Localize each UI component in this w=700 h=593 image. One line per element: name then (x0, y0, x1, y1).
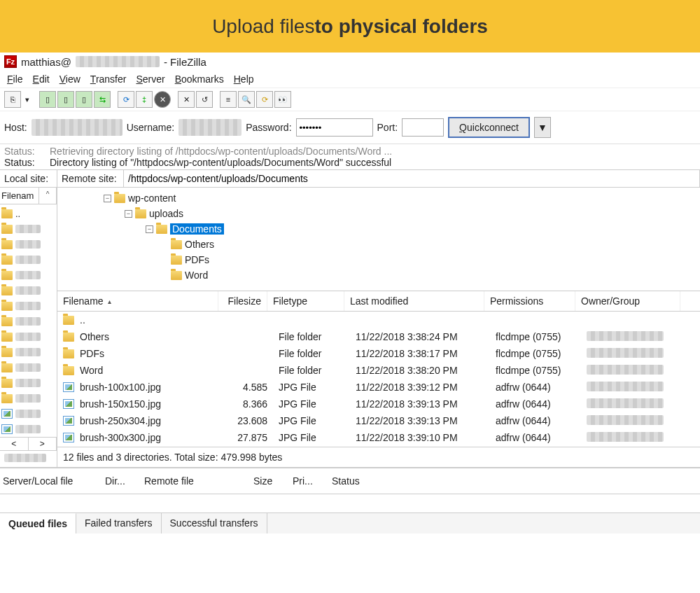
qcol-server[interactable]: Server/Local file (3, 475, 94, 487)
image-icon (1, 424, 13, 434)
menu-bookmarks[interactable]: Bookmarks (171, 72, 228, 86)
local-col-filename[interactable]: Filenam (0, 188, 39, 204)
remote-rows[interactable]: ..OthersFile folder11/22/2018 3:38:24 PM… (57, 312, 700, 447)
tree-node-uploads[interactable]: uploads (149, 208, 183, 219)
cell-modified: 11/22/2018 3:38:24 PM (350, 331, 490, 342)
cell-name: brush-100x100.jpg (80, 382, 161, 393)
quickconnect-button[interactable]: QQuickconnectuickconnect (448, 117, 530, 138)
qcol-pri[interactable]: Pri... (293, 475, 321, 487)
tree-collapse-icon[interactable]: − (104, 195, 111, 202)
local-file-list[interactable]: .. (0, 204, 57, 437)
toolbar-dropdown-icon[interactable]: ▾ (22, 91, 32, 108)
remote-site-input[interactable] (128, 173, 695, 184)
toolbar-panel3-icon[interactable]: ▯ (76, 91, 92, 108)
local-item-blur (15, 271, 41, 279)
toolbar-find-icon[interactable]: 👀 (274, 91, 291, 108)
col-filesize[interactable]: Filesize (218, 291, 267, 311)
local-item-blur (15, 394, 41, 403)
tree-node-word[interactable]: Word (185, 270, 208, 281)
table-row[interactable]: WordFile folder11/22/2018 3:38:20 PMflcd… (57, 362, 700, 379)
toolbar-panel2-icon[interactable]: ▯ (57, 91, 74, 108)
toolbar-panel1-icon[interactable]: ▯ (39, 91, 56, 108)
log-label-1: Status: (4, 146, 43, 157)
tab-failed[interactable]: Failed transfers (76, 513, 161, 533)
tab-successful[interactable]: Successful transfers (162, 513, 267, 533)
qcol-status[interactable]: Status (332, 475, 360, 487)
password-input[interactable] (296, 118, 373, 137)
folder-icon (1, 394, 13, 403)
table-row[interactable]: .. (57, 312, 700, 328)
menu-help[interactable]: Help (230, 72, 258, 86)
cell-owner (581, 348, 686, 360)
host-input[interactable] (31, 119, 122, 136)
col-owner[interactable]: Owner/Group (575, 291, 680, 311)
toolbar-sitemanager-icon[interactable]: ⎘ (4, 91, 21, 108)
tab-queued[interactable]: Queued files (0, 513, 76, 533)
menu-view[interactable]: View (55, 72, 85, 86)
username-input[interactable] (178, 119, 241, 136)
remote-tree[interactable]: −wp-content −uploads −Documents Others P… (57, 188, 700, 291)
toolbar-process-icon[interactable]: ‡ (136, 91, 153, 108)
folder-icon (114, 194, 125, 203)
col-filename[interactable]: Filename ▴ (57, 291, 218, 311)
local-scroll-left[interactable]: < (0, 438, 29, 450)
tree-node-wpcontent[interactable]: wp-content (128, 193, 176, 204)
cell-modified: 11/22/2018 3:38:20 PM (350, 365, 490, 376)
qcol-remote[interactable]: Remote file (144, 475, 242, 487)
toolbar-cancel-icon[interactable]: ✕ (154, 91, 171, 108)
toolbar-filter-icon[interactable]: ≡ (220, 91, 237, 108)
col-permissions[interactable]: Permissions (484, 291, 575, 311)
tree-node-others[interactable]: Others (185, 239, 214, 250)
tree-node-pdfs[interactable]: PDFs (185, 254, 209, 265)
table-row[interactable]: brush-100x100.jpg4.585JPG File11/22/2018… (57, 379, 700, 396)
cell-perm: adfrw (0644) (490, 415, 581, 426)
col-modified[interactable]: Last modified (344, 291, 484, 311)
toolbar-search-icon[interactable]: 🔍 (238, 91, 255, 108)
local-item-blur (15, 333, 41, 341)
filezilla-logo-icon: Fz (4, 55, 17, 68)
message-log: Status: Retrieving directory listing of … (0, 144, 700, 170)
table-row[interactable]: brush-300x300.jpg27.875JPG File11/22/201… (57, 429, 700, 446)
local-scroll-up[interactable]: ^ (39, 188, 57, 204)
quickconnect-dropdown[interactable]: ▼ (534, 117, 551, 138)
cell-name: Word (80, 365, 103, 376)
table-row[interactable]: OthersFile folder11/22/2018 3:38:24 PMfl… (57, 328, 700, 345)
folder-icon (63, 366, 74, 375)
local-item-blur (15, 379, 41, 387)
table-row[interactable]: brush-150x150.jpg8.366JPG File11/22/2018… (57, 396, 700, 412)
tree-collapse-icon[interactable]: − (125, 210, 132, 218)
menu-transfer[interactable]: Transfer (86, 72, 131, 86)
qcol-dir[interactable]: Dir... (105, 475, 133, 487)
owner-blur (587, 365, 664, 375)
menu-file[interactable]: File (3, 72, 27, 86)
port-input[interactable] (402, 118, 444, 137)
local-updir: .. (15, 209, 20, 219)
toolbar-reconnect-icon[interactable]: ↺ (196, 91, 213, 108)
owner-blur (587, 398, 664, 408)
menu-server[interactable]: Server (132, 72, 169, 86)
main-area: Filenam ^ .. < > −wp-content (0, 188, 700, 468)
cell-perm: adfrw (0644) (490, 382, 581, 393)
menu-edit[interactable]: Edit (29, 72, 54, 86)
username-label: Username: (127, 122, 174, 133)
cell-name: brush-250x304.jpg (80, 415, 161, 426)
local-item-blur (15, 256, 41, 264)
cell-size: 8.366 (224, 398, 273, 410)
toolbar-disconnect-icon[interactable]: ✕ (178, 91, 195, 108)
toolbar-sync-icon[interactable]: ⇆ (94, 91, 111, 108)
queue-empty (0, 494, 700, 512)
table-row[interactable]: brush-250x304.jpg23.608JPG File11/22/201… (57, 412, 700, 429)
tree-node-documents[interactable]: Documents (170, 223, 224, 235)
col-filetype[interactable]: Filetype (267, 291, 344, 311)
local-scroll-right[interactable]: > (29, 438, 57, 450)
tree-collapse-icon[interactable]: − (146, 225, 153, 233)
qcol-size[interactable]: Size (253, 475, 281, 487)
remote-status: 12 files and 3 directories. Total size: … (57, 447, 700, 467)
folder-icon (135, 209, 146, 218)
table-row[interactable]: PDFsFile folder11/22/2018 3:38:17 PMflcd… (57, 345, 700, 362)
local-item-blur (15, 302, 41, 310)
folder-icon (171, 256, 182, 265)
toolbar-compare-icon[interactable]: ⟳ (256, 91, 273, 108)
cell-perm: adfrw (0644) (490, 432, 581, 443)
toolbar-refresh-icon[interactable]: ⟳ (118, 91, 134, 108)
